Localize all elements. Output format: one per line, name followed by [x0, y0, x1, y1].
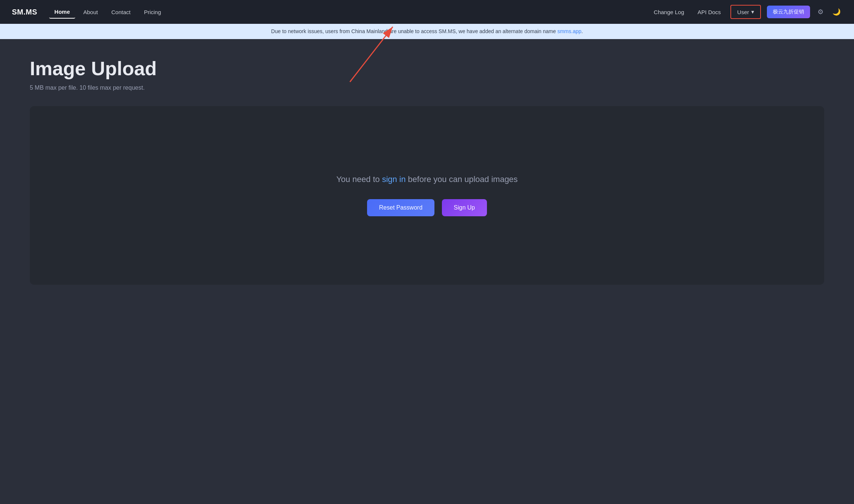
announcement-banner: Due to network issues, users from China … [0, 24, 854, 39]
chevron-down-icon: ▾ [751, 9, 754, 15]
nav-changelog[interactable]: Change Log [650, 6, 688, 18]
brand-logo[interactable]: SM.MS [12, 8, 37, 16]
user-label: User [737, 9, 749, 15]
reset-password-button[interactable]: Reset Password [367, 199, 434, 216]
page-title: Image Upload [30, 57, 824, 80]
upload-message: You need to sign in before you can uploa… [336, 175, 517, 184]
promo-button[interactable]: 极云九折促销 [767, 6, 810, 18]
nav-apidocs[interactable]: API Docs [694, 6, 725, 18]
announcement-text-after: . [581, 28, 583, 34]
upload-area: You need to sign in before you can uploa… [30, 106, 824, 285]
nav-contact[interactable]: Contact [106, 6, 136, 18]
main-content: Image Upload 5 MB max per file. 10 files… [0, 39, 854, 303]
nav-pricing[interactable]: Pricing [139, 6, 166, 18]
navbar-left: SM.MS Home About Contact Pricing [12, 6, 166, 19]
settings-button[interactable]: ⚙ [816, 6, 825, 17]
nav-home[interactable]: Home [49, 6, 75, 19]
signup-button[interactable]: Sign Up [442, 199, 487, 216]
nav-about[interactable]: About [78, 6, 103, 18]
moon-icon: 🌙 [832, 8, 841, 16]
user-dropdown-button[interactable]: User ▾ [730, 5, 761, 19]
page-subtitle: 5 MB max per file. 10 files max per requ… [30, 84, 824, 91]
announcement-text-before: Due to network issues, users from China … [271, 28, 557, 34]
navbar: SM.MS Home About Contact Pricing Change … [0, 0, 854, 24]
upload-message-after: before you can upload images [406, 175, 518, 184]
announcement-link[interactable]: smms.app [557, 28, 581, 34]
upload-buttons: Reset Password Sign Up [367, 199, 487, 216]
upload-message-before: You need to [336, 175, 382, 184]
settings-icon: ⚙ [818, 8, 823, 16]
dark-mode-button[interactable]: 🌙 [831, 6, 842, 17]
navbar-right: Change Log API Docs User ▾ 极云九折促销 ⚙ 🌙 [650, 5, 842, 19]
sign-in-link[interactable]: sign in [382, 175, 406, 184]
navbar-nav: Home About Contact Pricing [49, 6, 166, 19]
